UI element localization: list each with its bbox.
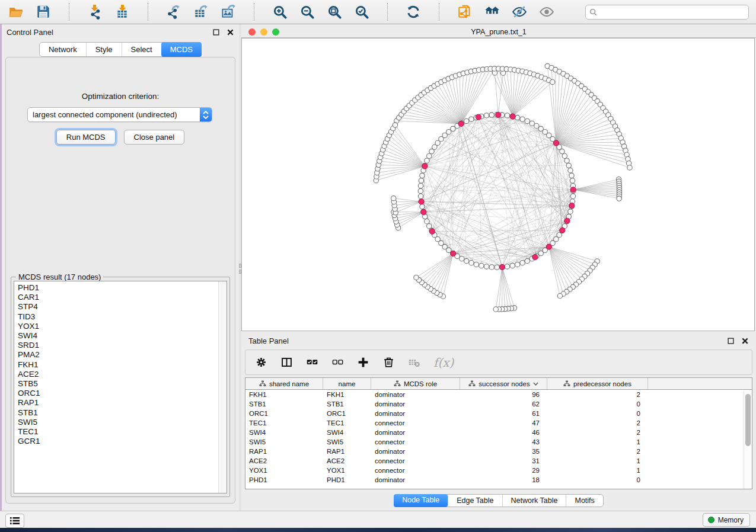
table-row[interactable]: SWI5SWI5connector431: [245, 437, 752, 447]
destroy-table-button[interactable]: [408, 356, 420, 368]
table-scrollbar-thumb[interactable]: [745, 394, 751, 446]
network-canvas[interactable]: [241, 38, 755, 331]
mcds-hub-node[interactable]: [560, 227, 565, 233]
export-image-button[interactable]: [219, 3, 237, 21]
refresh-network-button[interactable]: [404, 3, 422, 21]
memory-button[interactable]: Memory: [703, 513, 750, 527]
float-panel-icon[interactable]: [726, 336, 735, 345]
table-row[interactable]: STB1STB1dominator620: [245, 399, 752, 409]
mcds-result-item[interactable]: RAP1: [18, 398, 218, 408]
table-row[interactable]: RAP1RAP1dominator352: [245, 447, 752, 456]
search-input[interactable]: [599, 8, 745, 16]
mcds-hub-node[interactable]: [422, 164, 428, 169]
tab-mcds[interactable]: MCDS: [161, 42, 202, 57]
mcds-hub-node[interactable]: [451, 251, 456, 256]
select-all-button[interactable]: [306, 356, 318, 368]
table-cell: RAP1: [245, 447, 323, 456]
mcds-hub-node[interactable]: [564, 218, 570, 223]
mcds-result-item[interactable]: YOX1: [18, 322, 218, 331]
mcds-hub-node[interactable]: [546, 244, 551, 249]
table-row[interactable]: SWI4SWI4dominator462: [245, 428, 752, 437]
tab-network[interactable]: Network: [40, 43, 86, 56]
delete-column-button[interactable]: [382, 356, 395, 368]
mcds-hub-node[interactable]: [499, 264, 505, 270]
float-panel-icon[interactable]: [212, 28, 220, 36]
mcds-hub-node[interactable]: [532, 254, 538, 259]
column-header-predecessor-nodes[interactable]: predecessor nodes: [547, 378, 648, 389]
column-header-successor-nodes[interactable]: successor nodes: [460, 378, 547, 389]
zoom-selected-button[interactable]: [353, 3, 371, 21]
mcds-result-item[interactable]: SWI5: [18, 418, 218, 427]
mcds-result-item[interactable]: CAR1: [18, 293, 218, 302]
tab-edge-table[interactable]: Edge Table: [448, 495, 502, 507]
mcds-hub-node[interactable]: [429, 229, 435, 234]
function-builder-button[interactable]: f(x): [433, 355, 454, 370]
column-header-MCDS-role[interactable]: MCDS role: [371, 378, 460, 389]
export-network-button[interactable]: [165, 3, 183, 21]
close-panel-button[interactable]: Close panel: [124, 130, 185, 145]
new-network-from-selection-button[interactable]: [456, 3, 474, 21]
import-table-button[interactable]: [113, 3, 131, 21]
mcds-hub-node[interactable]: [476, 114, 481, 120]
task-history-button[interactable]: [5, 514, 24, 528]
table-row[interactable]: YOX1YOX1connector291: [245, 466, 752, 475]
gear-button[interactable]: [255, 356, 267, 368]
mcds-result-item[interactable]: ORC1: [18, 389, 218, 398]
mcds-hub-node[interactable]: [419, 199, 424, 204]
table-row[interactable]: FKH1FKH1dominator962: [245, 390, 752, 399]
show-all-button[interactable]: [538, 3, 556, 21]
mcds-result-item[interactable]: FKH1: [18, 360, 218, 370]
table-row[interactable]: PHD1PHD1dominator180: [245, 475, 752, 485]
search-box[interactable]: [585, 5, 749, 20]
run-mcds-button[interactable]: Run MCDS: [56, 130, 116, 145]
save-session-button[interactable]: [34, 3, 52, 21]
zoom-in-button[interactable]: [271, 3, 289, 21]
mcds-result-item[interactable]: ACE2: [18, 370, 218, 379]
close-panel-icon[interactable]: [741, 336, 749, 345]
table-scrollbar[interactable]: [744, 390, 752, 489]
column-header-name[interactable]: name: [323, 378, 371, 389]
add-column-button[interactable]: [357, 356, 369, 368]
mcds-hub-node[interactable]: [553, 140, 559, 146]
export-table-button[interactable]: [192, 3, 210, 21]
deselect-all-button[interactable]: [331, 356, 344, 368]
memory-status-icon: [708, 517, 714, 523]
mcds-hub-node[interactable]: [421, 209, 426, 214]
mcds-result-item[interactable]: SRD1: [18, 341, 218, 350]
column-layout-icon: [280, 356, 293, 368]
tab-motifs[interactable]: Motifs: [566, 495, 602, 507]
mcds-result-item[interactable]: PMA2: [18, 350, 218, 360]
tab-network-table[interactable]: Network Table: [502, 495, 566, 507]
mcds-hub-node[interactable]: [510, 114, 515, 119]
mcds-result-item[interactable]: TEC1: [18, 427, 218, 437]
mcds-hub-node[interactable]: [569, 203, 575, 208]
table-cell: dominator: [371, 409, 460, 418]
first-neighbors-button[interactable]: [483, 3, 501, 21]
mcds-list-scrollbar[interactable]: [218, 281, 227, 493]
mcds-hub-node[interactable]: [496, 112, 501, 117]
zoom-fit-button[interactable]: [326, 3, 343, 21]
mcds-result-item[interactable]: STB5: [18, 379, 218, 389]
open-file-button[interactable]: [7, 3, 25, 21]
tab-style[interactable]: Style: [86, 43, 122, 56]
import-network-button[interactable]: [86, 3, 104, 21]
tab-node-table[interactable]: Node Table: [394, 494, 448, 507]
hide-selected-button[interactable]: [511, 3, 528, 21]
mcds-result-item[interactable]: TID3: [18, 312, 218, 322]
mcds-result-item[interactable]: STB1: [18, 408, 218, 418]
optimization-criterion-dropdown[interactable]: largest connected component (undirected): [27, 107, 212, 122]
close-panel-icon[interactable]: [226, 28, 234, 36]
mcds-result-item[interactable]: STP4: [18, 302, 218, 312]
mcds-hub-node[interactable]: [570, 187, 576, 193]
table-row[interactable]: TEC1TEC1connector472: [245, 418, 752, 428]
table-row[interactable]: ORC1ORC1dominator610: [245, 409, 752, 418]
mcds-result-item[interactable]: SWI4: [18, 331, 218, 341]
mcds-hub-node[interactable]: [458, 121, 464, 126]
mcds-result-item[interactable]: GCR1: [18, 437, 218, 446]
tab-select[interactable]: Select: [122, 43, 161, 56]
column-header-shared-name[interactable]: shared name: [245, 378, 323, 389]
mcds-result-item[interactable]: PHD1: [18, 283, 218, 293]
zoom-out-button[interactable]: [298, 3, 316, 21]
column-layout-button[interactable]: [280, 356, 293, 368]
table-row[interactable]: ACE2ACE2connector311: [245, 456, 752, 466]
